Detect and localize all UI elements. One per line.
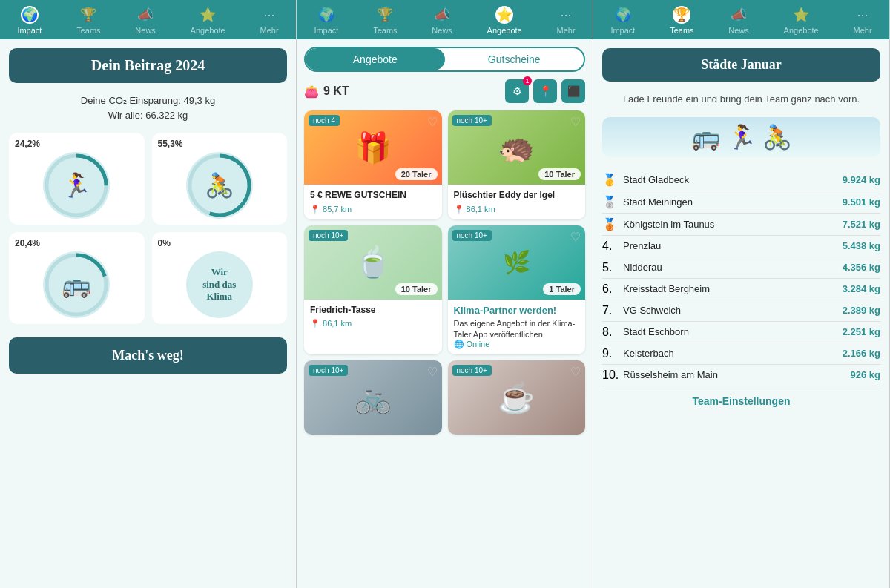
heart-button-coffee[interactable]: ♡ [570,365,581,379]
offer-img-igel: noch 10+ ♡ 🦔 10 Taler [448,110,586,185]
offer-card-igel[interactable]: noch 10+ ♡ 🦔 10 Taler Plüschtier Eddy de… [448,110,586,219]
impact-icon-3: 🌍 [614,6,632,24]
team-rank: 6. [602,283,620,296]
heart-button-rewe[interactable]: ♡ [427,115,438,129]
offer-info-tasse: Friedrich-Tasse 📍 86,1 km [304,300,442,334]
team-row: 7. VG Schweich 2.389 kg [602,300,880,322]
circle-bus: 20,4% 🚌 [9,232,145,324]
team-row: 10. Rüsselsheim am Main 926 kg [602,365,880,386]
offer-card-coffee[interactable]: noch 10+ ♡ ☕ [448,360,586,435]
circle-cycling: 55,3% 🚴 [152,133,288,225]
angebote-content: Angebote Gutscheine 👛 9 KT ⚙ 1 📍 ⬛ noch … [297,39,593,588]
offer-card-tasse[interactable]: noch 10+ ♡ 🍵 10 Taler Friedrich-Tasse 📍 … [304,225,442,354]
team-row: 5. Nidderau 4.356 kg [602,257,880,279]
nav-item-teams-2[interactable]: 🏆 Teams [370,6,400,35]
mehr-icon-3: ··· [854,6,871,24]
team-name: Stadt Eschborn [623,326,843,337]
impact-icon-2: 🌍 [317,6,335,24]
team-row: 6. Kreisstadt Bergheim 3.284 kg [602,279,880,300]
circle-visual-cycling: 🚴 [186,152,253,219]
news-icon-3: 📣 [730,6,748,24]
team-row: 🥈 Stadt Meiningen 9.501 kg [602,191,880,214]
team-name: Kelsterbach [623,348,843,359]
team-score: 2.166 kg [843,348,880,359]
panel-impact: 🌍 Impact 🏆 Teams 📣 News ⭐ Angebote ··· M… [0,0,297,588]
team-row: 🥇 Stadt Gladbeck 9.924 kg [602,169,880,191]
team-row: 8. Stadt Eschborn 2.251 kg [602,322,880,343]
team-name: Stadt Meiningen [623,196,843,208]
heart-button-tasse[interactable]: ♡ [427,230,438,244]
nav-item-teams[interactable]: 🏆 Teams [73,6,103,35]
nav-item-news-2[interactable]: 📣 News [429,6,455,35]
nav-item-news[interactable]: 📣 News [132,6,159,35]
offer-card-partner[interactable]: noch 10+ ♡ 🌿 1 Taler Klima-Partner werde… [448,225,586,354]
nav-item-angebote-2[interactable]: ⭐ Angebote [484,6,525,35]
nav-item-mehr-2[interactable]: ··· Mehr [553,6,578,35]
tab-gutscheine[interactable]: Gutscheine [445,48,584,70]
teams-icon-2: 🏆 [376,6,394,24]
circle-visual-running: 🏃‍♀️ [43,152,110,219]
qr-button[interactable]: ⬛ [561,79,585,103]
offer-img-coffee: noch 10+ ♡ ☕ [448,360,586,435]
team-score: 4.356 kg [843,262,880,273]
team-score: 7.521 kg [843,219,880,230]
location-button[interactable]: 📍 [533,79,557,103]
heart-button-partner[interactable]: ♡ [570,230,581,244]
nav-item-mehr-3[interactable]: ··· Mehr [850,6,874,35]
circle-text-card: 0% Wirsind dasKlima [152,232,288,324]
kt-bar: 👛 9 KT ⚙ 1 📍 ⬛ [304,79,585,103]
impact-icon: 🌍 [21,6,39,24]
tab-switch: Angebote Gutscheine [304,47,585,72]
nav-item-angebote[interactable]: ⭐ Angebote [188,6,228,35]
teams-icon: 🏆 [79,6,97,24]
offer-img-rewe: noch 4 ♡ 🎁 20 Taler [304,110,442,185]
nav-item-impact[interactable]: 🌍 Impact [14,6,44,35]
tab-angebote[interactable]: Angebote [306,48,445,70]
heart-button-igel[interactable]: ♡ [570,115,581,129]
team-score: 3.284 kg [843,283,880,294]
teams-icon-3: 🏆 [673,6,690,24]
team-name: Königstein im Taunus [623,219,843,230]
impact-content: Dein Beitrag 2024 Deine CO₂ Einsparung: … [0,39,296,588]
co2-text: Deine CO₂ Einsparung: 49,3 kg Wir alle: … [9,93,287,122]
offer-img-bike: noch 10+ ♡ 🚲 [304,360,442,435]
team-rank: 5. [602,261,620,274]
team-rank: 4. [602,240,620,253]
nav-item-teams-3[interactable]: 🏆 Teams [667,6,696,35]
nav-item-impact-2[interactable]: 🌍 Impact [311,6,341,35]
team-rank: 8. [602,326,620,339]
nav-bar-impact: 🌍 Impact 🏆 Teams 📣 News ⭐ Angebote ··· M… [0,0,296,39]
nav-item-angebote-3[interactable]: ⭐ Angebote [781,6,822,35]
mach-weg-button[interactable]: Mach's weg! [9,337,287,374]
offers-grid: noch 4 ♡ 🎁 20 Taler 5 € REWE GUTSCHEIN 📍… [304,110,585,435]
team-name: Nidderau [623,262,843,273]
news-icon-2: 📣 [433,6,451,24]
nav-item-impact-3[interactable]: 🌍 Impact [607,6,638,35]
nav-item-mehr[interactable]: ··· Mehr [257,6,281,35]
angebote-icon-2: ⭐ [495,6,513,24]
heart-button-bike[interactable]: ♡ [427,365,438,379]
nav-item-news-3[interactable]: 📣 News [725,6,752,35]
team-einstellungen-link[interactable]: Team-Einstellungen [602,395,880,407]
offer-card-bike[interactable]: noch 10+ ♡ 🚲 [304,360,442,435]
mehr-icon-2: ··· [557,6,575,24]
team-rank: 10. [602,369,620,382]
circle-running: 24,2% 🏃‍♀️ [9,133,145,225]
team-rank: 7. [602,304,620,317]
nav-bar-angebote: 🌍 Impact 🏆 Teams 📣 News ⭐ Angebote ··· M… [297,0,593,39]
offer-img-tasse: noch 10+ ♡ 🍵 10 Taler [304,225,442,300]
wir-sind-text: Wirsind dasKlima [186,251,253,318]
filter-button[interactable]: ⚙ 1 [505,79,529,103]
offer-card-rewe[interactable]: noch 4 ♡ 🎁 20 Taler 5 € REWE GUTSCHEIN 📍… [304,110,442,219]
nav-bar-teams: 🌍 Impact 🏆 Teams 📣 News ⭐ Angebote ··· M… [593,0,889,39]
offer-info-igel: Plüschtier Eddy der Igel 📍 86,1 km [448,185,586,219]
offer-img-partner: noch 10+ ♡ 🌿 1 Taler [448,225,586,300]
offer-info-partner: Klima-Partner werden! Das eigene Angebot… [448,300,586,354]
angebote-icon-3: ⭐ [792,6,810,24]
team-name: Kreisstadt Bergheim [623,283,843,294]
team-rank: 🥈 [602,195,620,209]
panel-angebote: 🌍 Impact 🏆 Teams 📣 News ⭐ Angebote ··· M… [297,0,593,588]
team-rank: 🥇 [602,173,620,187]
team-name: Rüsselsheim am Main [623,369,851,380]
staedte-header: Städte Januar [602,48,880,82]
